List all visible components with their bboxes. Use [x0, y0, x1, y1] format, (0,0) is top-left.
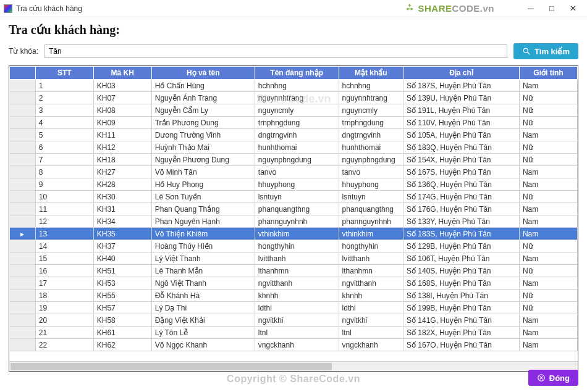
- cell[interactable]: Nguyễn Ánh Trang: [151, 92, 255, 104]
- cell[interactable]: dngtrngvinh: [255, 129, 339, 141]
- table-row[interactable]: 11KH31Phan Quang Thắngphanquangthngphanq…: [10, 203, 578, 215]
- row-indicator[interactable]: [10, 166, 36, 178]
- cell[interactable]: Nam: [519, 252, 577, 265]
- cell[interactable]: 4: [35, 117, 93, 129]
- cell[interactable]: Nam: [519, 277, 577, 290]
- table-row[interactable]: 9KH28Hồ Huy PhonghhuyphonghhuyphongSố 13…: [10, 178, 578, 191]
- cell[interactable]: lsntuyn: [339, 191, 403, 203]
- cell[interactable]: Lê Thanh Mẫn: [151, 265, 255, 277]
- row-indicator[interactable]: [10, 191, 36, 203]
- cell[interactable]: Đỗ Khánh Hà: [151, 290, 255, 302]
- cell[interactable]: dngtrngvinh: [339, 129, 403, 141]
- table-row[interactable]: 3KH08Nguyễn Cẩm LynguyncmlynguyncmlySố 1…: [10, 104, 578, 117]
- cell[interactable]: tanvo: [339, 166, 403, 178]
- cell[interactable]: 18: [35, 290, 93, 302]
- cell[interactable]: Nữ: [519, 240, 577, 252]
- cell[interactable]: Nam: [519, 166, 577, 178]
- cell[interactable]: KH57: [93, 302, 151, 314]
- table-row[interactable]: 12KH34Phan Nguyên Hạnhphannguynhnhphanng…: [10, 215, 578, 228]
- row-indicator[interactable]: [10, 265, 36, 277]
- cell[interactable]: KH08: [93, 104, 151, 117]
- cell[interactable]: KH30: [93, 191, 151, 203]
- cell[interactable]: lsntuyn: [255, 191, 339, 203]
- cell[interactable]: KH37: [93, 240, 151, 252]
- cell[interactable]: tanvo: [255, 166, 339, 178]
- row-indicator[interactable]: [10, 80, 36, 92]
- table-row[interactable]: 20KH58Đặng Việt KhảingvitkhingvitkhiSố 1…: [10, 314, 578, 327]
- cell[interactable]: phanquangthng: [339, 203, 403, 215]
- cell[interactable]: phannguynhnh: [339, 215, 403, 228]
- cell[interactable]: Nữ: [519, 265, 577, 277]
- cell[interactable]: Lý Tôn Lễ: [151, 327, 255, 339]
- cell[interactable]: hunhthomai: [255, 141, 339, 154]
- cell[interactable]: Hồ Chấn Hùng: [151, 80, 255, 92]
- cell[interactable]: KH27: [93, 166, 151, 178]
- cell[interactable]: phannguynhnh: [255, 215, 339, 228]
- cell[interactable]: Nam: [519, 203, 577, 215]
- cell[interactable]: Nam: [519, 314, 577, 327]
- row-indicator[interactable]: [10, 302, 36, 314]
- cell[interactable]: 21: [35, 327, 93, 339]
- cell[interactable]: Số 167O, Huyện Phú Tân: [403, 339, 519, 351]
- cell[interactable]: 5: [35, 129, 93, 141]
- row-indicator[interactable]: [10, 314, 36, 327]
- cell[interactable]: 19: [35, 302, 93, 314]
- cell[interactable]: Số 105A, Huyện Phú Tân: [403, 129, 519, 141]
- cell[interactable]: Võ Ngọc Khanh: [151, 339, 255, 351]
- row-indicator[interactable]: [10, 290, 36, 302]
- table-row[interactable]: 19KH57Lý Dạ ThildthildthiSố 199B, Huyện …: [10, 302, 578, 314]
- cell[interactable]: KH28: [93, 178, 151, 191]
- cell[interactable]: nguyncmly: [339, 104, 403, 117]
- cell[interactable]: KH62: [93, 339, 151, 351]
- cell[interactable]: 20: [35, 314, 93, 327]
- table-row[interactable]: 6KH12Huỳnh Thảo MaihunhthomaihunhthomaiS…: [10, 141, 578, 154]
- cell[interactable]: nguynnhtrang: [339, 92, 403, 104]
- cell[interactable]: hhuyphong: [339, 178, 403, 191]
- cell[interactable]: Võ Minh Tân: [151, 166, 255, 178]
- cell[interactable]: KH53: [93, 277, 151, 290]
- cell[interactable]: KH12: [93, 141, 151, 154]
- table-row[interactable]: 1KH03Hồ Chấn HùnghchnhnghchnhngSố 187S, …: [10, 80, 578, 92]
- cell[interactable]: 8: [35, 166, 93, 178]
- cell[interactable]: Số 138I, Huyện Phú Tân: [403, 290, 519, 302]
- close-button[interactable]: Đóng: [528, 370, 578, 386]
- cell[interactable]: Đặng Việt Khải: [151, 314, 255, 327]
- cell[interactable]: Lê Sơn Tuyền: [151, 191, 255, 203]
- table-row[interactable]: 4KH09Trần Phương Dungtrnphngdungtrnphngd…: [10, 117, 578, 129]
- cell[interactable]: nguyncmly: [255, 104, 339, 117]
- cell[interactable]: Số 106T, Huyện Phú Tân: [403, 252, 519, 265]
- search-input[interactable]: [44, 44, 507, 58]
- cell[interactable]: khnhh: [339, 290, 403, 302]
- cell[interactable]: 9: [35, 178, 93, 191]
- cell[interactable]: vngckhanh: [339, 339, 403, 351]
- cell[interactable]: Nam: [519, 327, 577, 339]
- cell[interactable]: Võ Thiện Khiêm: [151, 228, 255, 240]
- cell[interactable]: 7: [35, 154, 93, 166]
- customer-table[interactable]: STTMã KHHọ và tênTên đăng nhậpMật khẩuĐị…: [9, 66, 578, 351]
- cell[interactable]: Huỳnh Thảo Mai: [151, 141, 255, 154]
- column-header[interactable]: Địa chỉ: [403, 67, 519, 80]
- cell[interactable]: Số 136Q, Huyện Phú Tân: [403, 178, 519, 191]
- cell[interactable]: Dương Trường Vinh: [151, 129, 255, 141]
- cell[interactable]: vthinkhim: [255, 228, 339, 240]
- row-indicator[interactable]: [10, 339, 36, 351]
- cell[interactable]: vthinkhim: [339, 228, 403, 240]
- cell[interactable]: KH07: [93, 92, 151, 104]
- cell[interactable]: Nam: [519, 215, 577, 228]
- cell[interactable]: Số 110V, Huyện Phú Tân: [403, 117, 519, 129]
- cell[interactable]: Nữ: [519, 141, 577, 154]
- cell[interactable]: Số 187S, Huyện Phú Tân: [403, 80, 519, 92]
- table-row[interactable]: ▸13KH35Võ Thiện KhiêmvthinkhimvthinkhimS…: [10, 228, 578, 240]
- cell[interactable]: Trần Phương Dung: [151, 117, 255, 129]
- table-row[interactable]: 7KH18Nguyễn Phương Dungnguynphngdungnguy…: [10, 154, 578, 166]
- cell[interactable]: Số 167S, Huyện Phú Tân: [403, 166, 519, 178]
- cell[interactable]: Số 183S, Huyện Phú Tân: [403, 228, 519, 240]
- table-row[interactable]: 10KH30Lê Sơn TuyềnlsntuynlsntuynSố 174G,…: [10, 191, 578, 203]
- cell[interactable]: KH61: [93, 327, 151, 339]
- row-indicator[interactable]: [10, 129, 36, 141]
- cell[interactable]: Số 174G, Huyện Phú Tân: [403, 191, 519, 203]
- cell[interactable]: Phan Quang Thắng: [151, 203, 255, 215]
- cell[interactable]: hchnhng: [339, 80, 403, 92]
- table-row[interactable]: 21KH61Lý Tôn LễltnlltnlSố 182X, Huyện Ph…: [10, 327, 578, 339]
- cell[interactable]: Số 140S, Huyện Phú Tân: [403, 265, 519, 277]
